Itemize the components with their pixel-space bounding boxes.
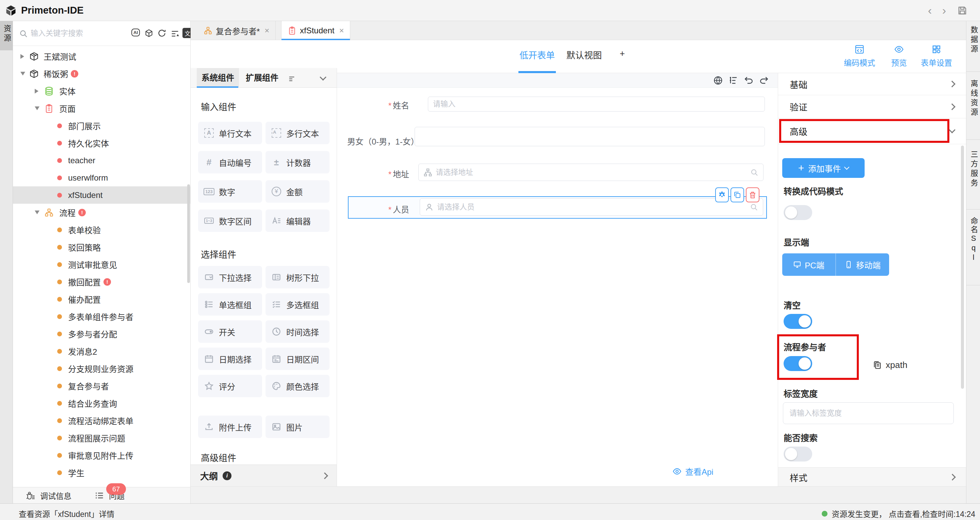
rail-tab-third-party-services[interactable]: 三方服务 (966, 150, 980, 189)
copy-field-button[interactable] (730, 187, 744, 202)
nav-forward-icon[interactable]: › (942, 3, 946, 17)
palette-tab-system[interactable]: 系统组件 (197, 68, 239, 88)
tree-item[interactable]: teacher (13, 152, 190, 169)
palette-tab-extension[interactable]: 扩展组件 (241, 68, 283, 88)
palette-item[interactable]: #自动编号 (198, 151, 262, 173)
tree-scrollbar[interactable] (187, 184, 190, 283)
tree-item[interactable]: 流程图展示问题 (13, 429, 190, 447)
close-icon[interactable]: × (264, 26, 269, 35)
section-advanced[interactable]: 高级 (778, 118, 966, 144)
person-input[interactable] (437, 199, 746, 215)
palette-item[interactable]: 颜色选择 (266, 375, 329, 397)
code-mode-button[interactable]: 编码模式 (837, 44, 881, 68)
to-code-toggle[interactable] (784, 205, 812, 220)
ai-icon[interactable]: AI (131, 29, 140, 36)
rail-tab-named-sql[interactable]: 命名Sql (966, 217, 980, 263)
chevron-right-icon[interactable] (321, 472, 328, 479)
close-icon[interactable]: × (339, 26, 344, 35)
section-basic[interactable]: 基础 (778, 73, 966, 95)
tree-item[interactable]: 稀饭粥! (13, 65, 190, 82)
address-input[interactable] (436, 164, 747, 181)
palette-item[interactable]: A多行文本 (266, 122, 329, 144)
view-tab-default-view[interactable]: 默认视图 (565, 48, 603, 61)
tree-item[interactable]: 部门展示 (13, 117, 190, 134)
sort-icon[interactable] (170, 29, 180, 38)
debug-info-label[interactable]: 调试信息 (40, 490, 72, 501)
expand-icon[interactable] (35, 89, 38, 94)
searchable-toggle[interactable] (784, 447, 812, 461)
clear-toggle[interactable] (784, 314, 812, 329)
tree-item[interactable]: 驳回策略 (13, 238, 190, 256)
outline-tree-icon[interactable] (729, 76, 738, 86)
tree-item[interactable]: 审批意见附件上传 (13, 447, 190, 464)
save-icon[interactable] (957, 5, 967, 16)
palette-item[interactable]: 开关 (198, 320, 262, 343)
tree-item[interactable]: 催办配置 (13, 290, 190, 308)
palette-item[interactable]: 日期选择 (198, 347, 262, 370)
palette-item[interactable]: 1~3数字区间 (198, 209, 262, 232)
tree-item[interactable]: userwlform (13, 169, 190, 186)
tree-item[interactable]: 多表单组件参与者 (13, 308, 190, 325)
tree-item[interactable]: 分支规则业务资源 (13, 360, 190, 377)
palette-item[interactable]: 多选框组 (266, 293, 329, 315)
tree-item[interactable]: 复合参与者 (13, 377, 190, 395)
new-module-icon[interactable] (144, 29, 154, 38)
rail-tab-datasource[interactable]: 数据源 (966, 26, 980, 54)
palette-item[interactable]: 单选框组 (198, 293, 262, 315)
tree-item[interactable]: 流程! (13, 204, 190, 221)
status-right[interactable]: 资源发生变更， 点击查看,检查时间:14:24 (822, 508, 975, 519)
tree-item[interactable]: 实体 (13, 82, 190, 100)
tree-item[interactable]: 学生 (13, 464, 190, 481)
palette-item[interactable]: 123数字 (198, 180, 262, 203)
search-icon[interactable] (750, 203, 758, 211)
inspector-scrollbar[interactable] (961, 146, 964, 389)
list-view-icon[interactable] (288, 75, 296, 82)
search-input[interactable] (31, 27, 126, 40)
tree-item[interactable]: 表单校验 (13, 221, 190, 238)
tree-item[interactable]: 页面 (13, 100, 190, 117)
tree-item[interactable]: 流程活动绑定表单 (13, 412, 190, 429)
tree-item[interactable]: 王斌测试 (13, 48, 190, 65)
palette-item[interactable]: 日期区间 (266, 347, 329, 370)
refresh-icon[interactable] (157, 29, 167, 38)
collapse-icon[interactable] (21, 72, 25, 76)
tree-item[interactable]: 持久化实体 (13, 134, 190, 152)
view-api-link[interactable]: 查看Api (672, 465, 713, 477)
add-view-tab-button[interactable]: + (616, 48, 629, 59)
palette-item[interactable]: 树形下拉 (266, 266, 329, 289)
tree-item[interactable]: 撤回配置! (13, 273, 190, 290)
gender-input[interactable] (420, 127, 760, 146)
search-icon[interactable] (750, 168, 759, 176)
form-settings-button[interactable]: 表单设置 (914, 44, 959, 68)
outline-bar[interactable]: 大纲 i (191, 465, 337, 486)
editor-tab-active[interactable]: xfStudent × (281, 21, 350, 40)
palette-item[interactable]: ±计数器 (266, 151, 329, 173)
tree-item[interactable]: 多参与者分配 (13, 325, 190, 342)
collapse-icon[interactable] (35, 106, 40, 110)
expand-icon[interactable] (21, 54, 24, 59)
label-width-input[interactable] (789, 409, 947, 418)
tree-item[interactable]: 结合业务查询 (13, 395, 190, 412)
globe-icon[interactable] (713, 76, 723, 86)
tree-item[interactable]: 发消息2 (13, 342, 190, 360)
palette-item[interactable]: 下拉选择 (198, 266, 262, 289)
editor-tab[interactable]: 复合参与者* × (197, 21, 276, 40)
pc-side-button[interactable]: PC端 (782, 254, 836, 276)
field-settings-button[interactable] (715, 187, 729, 202)
problems-icon[interactable] (95, 491, 104, 500)
undo-icon[interactable] (744, 76, 754, 86)
add-event-button[interactable]: + 添加事件 (782, 158, 865, 178)
palette-item[interactable]: 评分 (198, 375, 262, 397)
gender-field[interactable] (415, 127, 765, 146)
rail-tab-offline-resources[interactable]: 离线资源 (966, 79, 980, 118)
palette-item[interactable]: ¥金额 (266, 180, 329, 203)
delete-field-button[interactable] (746, 187, 759, 202)
section-validate[interactable]: 验证 (778, 95, 966, 118)
redo-icon[interactable] (759, 76, 769, 86)
collapse-palette-icon[interactable] (320, 74, 326, 81)
view-tab-lowcode-form[interactable]: 低开表单 (519, 48, 556, 61)
tree-item[interactable]: 测试审批意见 (13, 256, 190, 273)
participant-toggle[interactable] (784, 356, 812, 371)
palette-item[interactable]: 图片 (266, 415, 329, 438)
person-field[interactable] (420, 198, 763, 216)
